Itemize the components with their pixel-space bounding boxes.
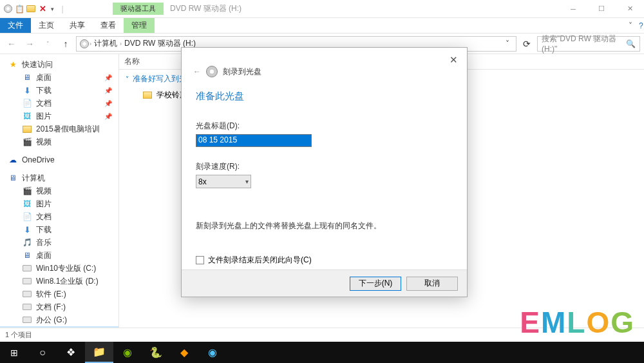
ribbon-tab-share[interactable]: 共享 bbox=[62, 18, 93, 33]
sidebar-item-pc-desktop[interactable]: 🖥桌面 bbox=[0, 249, 118, 262]
task-view-button[interactable]: ❖ bbox=[57, 342, 85, 363]
sidebar-item-drive-c[interactable]: Win10专业版 (C:) bbox=[0, 262, 118, 275]
sidebar-item-desktop[interactable]: 🖥桌面📌 bbox=[0, 71, 118, 84]
minimize-button[interactable]: ─ bbox=[559, 0, 587, 18]
ribbon-expand-icon[interactable]: ˅ bbox=[622, 21, 639, 30]
nav-forward-button: → bbox=[22, 36, 37, 52]
sidebar-item-drive-d[interactable]: Win8.1企业版 (D:) bbox=[0, 275, 118, 288]
burn-speed-select[interactable]: 8x ▾ bbox=[196, 175, 251, 188]
pin-icon: 📌 bbox=[104, 113, 112, 120]
sidebar-item-pc-pictures[interactable]: 🖼图片 bbox=[0, 197, 118, 210]
sidebar-item-drive-f[interactable]: 文档 (F:) bbox=[0, 300, 118, 313]
search-placeholder: 搜索"DVD RW 驱动器 (H:)" bbox=[542, 34, 626, 54]
sidebar-item-downloads[interactable]: ⬇下载📌 bbox=[0, 84, 118, 97]
dialog-title: 准备此光盘 bbox=[182, 81, 467, 108]
drive-icon bbox=[22, 263, 32, 273]
close-button[interactable]: ✕ bbox=[616, 0, 644, 18]
desktop-icon: 🖥 bbox=[22, 72, 32, 83]
breadcrumb-root-icon[interactable] bbox=[79, 39, 90, 49]
nav-history-dropdown[interactable]: ˅ bbox=[40, 36, 55, 52]
chevron-down-icon: ▾ bbox=[245, 178, 249, 185]
document-icon: 📄 bbox=[22, 211, 32, 222]
contextual-tab-label: 驱动器工具 bbox=[113, 3, 164, 15]
sidebar-item-documents[interactable]: 📄文档📌 bbox=[0, 97, 118, 110]
picture-icon: 🖼 bbox=[22, 111, 32, 121]
taskbar-python-icon[interactable]: 🐍 bbox=[142, 342, 170, 363]
statusbar-item-count: 1 个项目 bbox=[5, 330, 32, 340]
window-title: DVD RW 驱动器 (H:) bbox=[170, 3, 242, 14]
close-wizard-checkbox[interactable] bbox=[196, 256, 204, 264]
pin-icon: 📌 bbox=[104, 87, 112, 94]
music-icon: 🎵 bbox=[22, 237, 32, 248]
dialog-info-text: 新刻录到光盘上的文件将替换光盘上现有的同名文件。 bbox=[196, 221, 453, 231]
download-icon: ⬇ bbox=[22, 85, 32, 95]
sidebar-item-pc-documents[interactable]: 📄文档 bbox=[0, 210, 118, 223]
sidebar-item-pc-videos[interactable]: 🎬视频 bbox=[0, 184, 118, 197]
search-input[interactable]: 搜索"DVD RW 驱动器 (H:)" 🔍 bbox=[537, 36, 640, 52]
nav-back-button[interactable]: ← bbox=[4, 36, 19, 52]
chevron-down-icon: ˅ bbox=[126, 75, 129, 83]
dialog-close-button[interactable]: ✕ bbox=[445, 52, 462, 68]
burn-disc-dialog: ✕ ← 刻录到光盘 准备此光盘 光盘标题(D): 08 15 2015 刻录速度… bbox=[181, 47, 468, 297]
taskbar: ⊞ ○ ❖ 📁 ◉ 🐍 ◆ ◉ bbox=[0, 342, 644, 363]
sidebar-item-pc-music[interactable]: 🎵音乐 bbox=[0, 236, 118, 249]
qat-properties-icon[interactable] bbox=[14, 4, 24, 14]
breadcrumb-computer[interactable]: 计算机 bbox=[91, 38, 120, 49]
sidebar-item-pictures[interactable]: 🖼图片📌 bbox=[0, 110, 118, 123]
close-wizard-label: 文件刻录结束后关闭此向导(C) bbox=[208, 255, 312, 266]
qat-delete-icon[interactable]: ✕ bbox=[37, 4, 48, 14]
watermark-logo: EMLOG bbox=[520, 305, 635, 340]
ribbon-tab-view[interactable]: 查看 bbox=[93, 18, 124, 33]
cortana-button[interactable]: ○ bbox=[28, 342, 57, 363]
dialog-header-text: 刻录到光盘 bbox=[223, 66, 261, 77]
folder-icon bbox=[142, 90, 153, 100]
pin-icon: 📌 bbox=[104, 100, 112, 107]
sidebar-quick-access-label: 快速访问 bbox=[22, 59, 53, 70]
sidebar-item-videos[interactable]: 🎬视频 bbox=[0, 135, 118, 148]
pin-icon: 📌 bbox=[104, 74, 112, 81]
back-arrow-icon[interactable]: ← bbox=[193, 67, 201, 76]
drive-icon bbox=[22, 289, 32, 299]
sidebar-item-pc-downloads[interactable]: ⬇下载 bbox=[0, 223, 118, 236]
drive-icon bbox=[22, 315, 32, 325]
address-dropdown-icon[interactable]: ˅ bbox=[502, 39, 513, 48]
folder-icon bbox=[22, 124, 32, 134]
navigation-pane: ˅★ 快速访问 🖥桌面📌 ⬇下载📌 📄文档📌 🖼图片📌 2015暑假电脑培训 🎬… bbox=[0, 54, 119, 328]
qat-dropdown-icon[interactable]: ▾ bbox=[49, 6, 56, 12]
video-icon: 🎬 bbox=[22, 186, 32, 196]
disc-title-label: 光盘标题(D): bbox=[196, 121, 453, 132]
sidebar-thispc[interactable]: ˅🖥计算机 bbox=[0, 172, 118, 184]
sidebar-onedrive[interactable]: ›☁OneDrive bbox=[0, 153, 118, 166]
help-icon[interactable]: ? bbox=[639, 21, 644, 30]
video-icon: 🎬 bbox=[22, 137, 32, 147]
desktop-icon: 🖥 bbox=[22, 250, 32, 260]
qat-separator: | bbox=[57, 4, 68, 14]
sidebar-item-drive-e[interactable]: 软件 (E:) bbox=[0, 288, 118, 300]
taskbar-app-2[interactable]: ◆ bbox=[170, 342, 198, 363]
sidebar-item-drive-g[interactable]: 办公 (G:) bbox=[0, 313, 118, 326]
nav-up-button[interactable]: ↑ bbox=[58, 36, 73, 52]
refresh-button[interactable]: ⟳ bbox=[519, 36, 535, 52]
next-button[interactable]: 下一步(N) bbox=[350, 277, 401, 291]
computer-icon: 🖥 bbox=[8, 173, 18, 183]
ribbon-tab-manage[interactable]: 管理 bbox=[124, 18, 155, 33]
cancel-button[interactable]: 取消 bbox=[406, 277, 458, 291]
drive-icon bbox=[22, 276, 32, 286]
document-icon: 📄 bbox=[22, 98, 32, 108]
taskbar-browser-icon[interactable]: ◉ bbox=[198, 342, 227, 363]
taskbar-app-1[interactable]: ◉ bbox=[113, 342, 142, 363]
sidebar-item-folder[interactable]: 2015暑假电脑培训 bbox=[0, 123, 118, 135]
drive-icon bbox=[22, 302, 32, 312]
ribbon-tab-file[interactable]: 文件 bbox=[0, 18, 31, 33]
sidebar-item-dvd[interactable]: DVD RW 驱动器 (H bbox=[0, 326, 118, 328]
star-icon: ★ bbox=[8, 59, 18, 70]
search-icon: 🔍 bbox=[626, 39, 636, 48]
cloud-icon: ☁ bbox=[8, 155, 18, 165]
start-button[interactable]: ⊞ bbox=[0, 342, 28, 363]
disc-title-input[interactable]: 08 15 2015 bbox=[196, 134, 312, 147]
sidebar-quick-access[interactable]: ˅★ 快速访问 bbox=[0, 58, 118, 71]
maximize-button[interactable]: ☐ bbox=[587, 0, 616, 18]
ribbon-tab-home[interactable]: 主页 bbox=[31, 18, 62, 33]
taskbar-explorer[interactable]: 📁 bbox=[85, 342, 113, 363]
qat-folder-icon[interactable] bbox=[26, 4, 36, 14]
